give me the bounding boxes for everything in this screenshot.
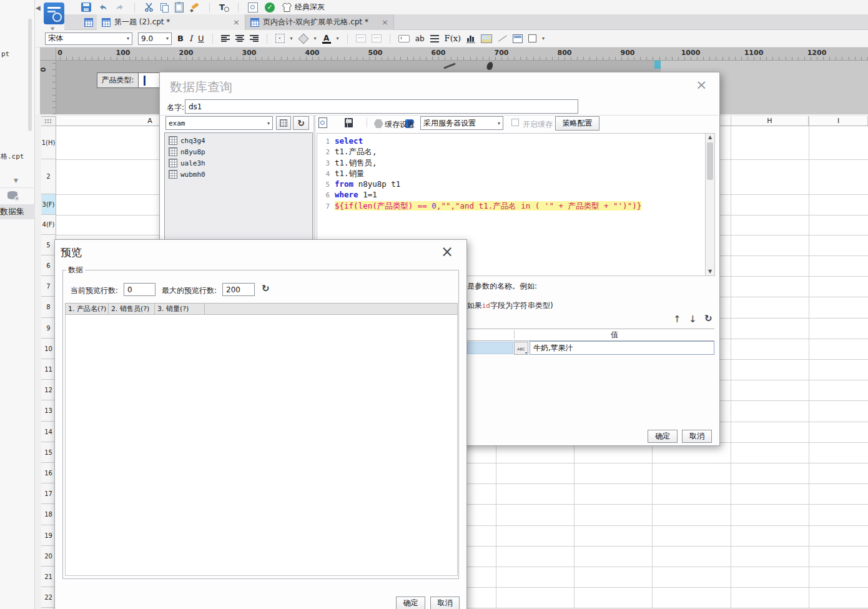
save-icon[interactable] [81, 2, 91, 12]
table-list-item[interactable]: n8yu8p [165, 146, 312, 157]
font-color-dropdown[interactable]: ▾ [337, 36, 339, 41]
scroll-down-icon[interactable]: ▼ [706, 268, 714, 275]
row-header-1(H)[interactable]: 1(H) [41, 126, 56, 159]
preview-refresh-icon[interactable]: ↻ [262, 284, 270, 294]
query-cancel-button[interactable]: 取消 [682, 430, 712, 443]
param-value-input[interactable]: 牛奶,苹果汁 [530, 341, 714, 355]
dataset-name-input[interactable]: ds1 [185, 99, 578, 114]
fill-color-icon[interactable] [298, 33, 308, 44]
preview-column-header[interactable]: 2. 销售员(?) [109, 304, 155, 314]
column-header-I[interactable]: I [809, 116, 868, 126]
preview-column-header[interactable]: 1. 产品名(?) [66, 304, 109, 314]
text-search-icon[interactable]: T [219, 2, 229, 12]
line-insert-icon[interactable] [498, 34, 507, 42]
ruler-tick-label: 300 [242, 49, 257, 57]
tab-2[interactable]: 页内合计-双向扩展单元格.cpt *× [245, 14, 394, 30]
sql-file-icon[interactable] [345, 118, 353, 127]
tab-1[interactable]: 第一题 (2).cpt *× [97, 14, 245, 30]
cut-icon[interactable] [144, 2, 154, 12]
sql-line-7: 7${if(len(产品类型) == 0,"","and t1.产品名 in (… [320, 201, 705, 212]
row-header-4(F)[interactable]: 4(F) [41, 215, 56, 235]
shape-insert-icon[interactable] [528, 34, 536, 42]
row-header-2[interactable]: 2 [41, 159, 56, 194]
cache-mode-select[interactable]: 采用服务器设置▾ [420, 116, 503, 130]
font-size-select[interactable]: 9.0▾ [138, 32, 172, 45]
fill-color-dropdown[interactable]: ▾ [314, 36, 317, 41]
file-tree-item[interactable]: 格.cpt [1, 152, 24, 161]
bold-button[interactable]: B [177, 34, 184, 43]
refresh-tables-button[interactable]: ↻ [293, 116, 309, 130]
image-insert-icon[interactable] [481, 34, 492, 43]
table-list-item[interactable]: wubmh0 [165, 169, 312, 180]
font-color-icon[interactable]: A [322, 34, 331, 43]
redo-icon[interactable] [115, 2, 125, 12]
underline-button[interactable]: U [198, 34, 204, 43]
preview-ok-button[interactable]: 确定 [396, 597, 425, 609]
align-center-icon[interactable] [235, 35, 244, 42]
table-list-item[interactable]: uale3h [165, 157, 312, 169]
scroll-marker[interactable] [654, 61, 661, 69]
text-widget-icon[interactable]: ab [415, 34, 425, 43]
borders-icon[interactable] [275, 34, 285, 43]
current-rows-input[interactable]: 0 [124, 283, 155, 296]
query-ok-button[interactable]: 确定 [648, 430, 678, 443]
search-box-icon[interactable] [248, 2, 258, 12]
rich-text-icon[interactable] [430, 35, 439, 42]
param-move-up-icon[interactable]: ↑ [673, 314, 681, 325]
preview-sql-icon[interactable] [318, 117, 327, 128]
collapse-panel-icon[interactable]: ◀ [36, 4, 41, 11]
preview-cancel-button[interactable]: 取消 [430, 597, 460, 609]
panel-scrollbar[interactable] [28, 19, 32, 131]
scrollbar-thumb[interactable] [707, 142, 713, 180]
unmerge-cells-icon[interactable] [372, 34, 382, 42]
textfield-widget-icon[interactable] [398, 35, 410, 42]
param-type-button[interactable]: ABC ▾ [514, 342, 528, 355]
tab-close-icon[interactable]: × [382, 17, 388, 27]
new-template-icon[interactable] [84, 18, 93, 27]
widget-insert-icon[interactable] [513, 34, 523, 43]
edit-connection-button[interactable] [276, 116, 291, 130]
formula-icon[interactable]: F(x) [445, 34, 461, 43]
chart-insert-icon[interactable] [466, 34, 475, 43]
format-painter-icon[interactable] [190, 3, 200, 12]
file-tree-item[interactable]: pt [1, 50, 9, 58]
sql-editor-scrollbar[interactable]: ▲ ▼ [705, 133, 715, 276]
max-rows-input[interactable]: 200 [222, 283, 255, 296]
query-ok-label: 确定 [655, 431, 670, 442]
font-family-select[interactable]: 宋体▾ [45, 32, 132, 45]
connection-select[interactable]: exam▾ [165, 116, 273, 130]
dataset-section-row[interactable]: 数据集 [0, 204, 35, 219]
paste-icon[interactable] [175, 2, 184, 12]
param-refresh-icon[interactable]: ↻ [704, 314, 713, 324]
preview-column-header[interactable]: 3. 销量(?) [155, 304, 205, 314]
align-left-icon[interactable] [221, 35, 230, 42]
close-icon[interactable]: × [696, 78, 707, 92]
copy-icon[interactable] [160, 3, 168, 12]
column-header-H[interactable]: H [731, 116, 809, 126]
validate-icon[interactable]: ✓ [265, 2, 275, 12]
undo-icon[interactable] [98, 2, 108, 12]
align-right-icon[interactable] [250, 35, 259, 42]
shape-dropdown[interactable]: ▾ [542, 36, 545, 41]
param-name-cell[interactable] [467, 342, 513, 354]
report-template-icon[interactable] [44, 2, 64, 24]
param-note-line2: (如果id字段为字符串类型) [464, 300, 553, 311]
param-move-down-icon[interactable]: ↓ [689, 314, 697, 325]
strategy-config-button[interactable]: 策略配置 [555, 116, 599, 131]
merge-cells-icon[interactable] [356, 34, 366, 42]
table-list-item[interactable]: chq3g4 [165, 135, 312, 146]
tab-close-icon[interactable]: × [233, 17, 240, 27]
ruler-tick-label: 100 [116, 49, 131, 57]
widget-label-cell[interactable]: 产品类型: [97, 72, 139, 88]
close-icon[interactable]: × [441, 244, 453, 259]
theme-button[interactable]: 经典深灰 [282, 2, 325, 12]
italic-button[interactable]: I [189, 34, 192, 43]
chevron-down-icon[interactable]: ▼ [14, 177, 18, 184]
section-divider [0, 187, 35, 188]
row-header-3(F)[interactable]: 3(F) [41, 194, 56, 215]
select-all-corner[interactable] [41, 116, 56, 126]
scroll-up-icon[interactable]: ▲ [706, 134, 714, 141]
borders-dropdown[interactable]: ▾ [290, 36, 293, 41]
note2-id: id [482, 302, 490, 310]
enable-cache-checkbox[interactable] [511, 119, 519, 126]
